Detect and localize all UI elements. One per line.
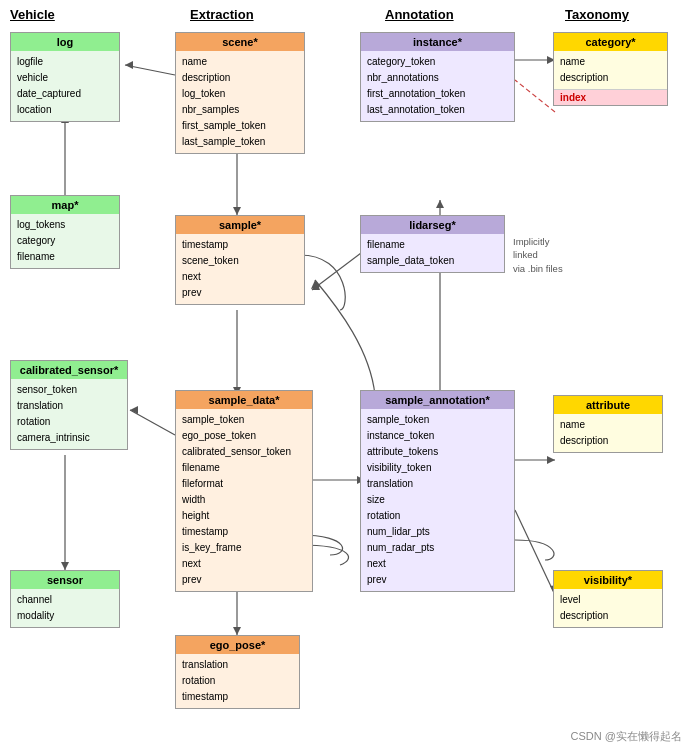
entity-ego-pose-body: translation rotation timestamp xyxy=(176,654,299,708)
entity-sample: sample* timestamp scene_token next prev xyxy=(175,215,305,305)
entity-sample-body: timestamp scene_token next prev xyxy=(176,234,304,304)
svg-marker-8 xyxy=(130,406,138,414)
entity-visibility-header: visibility* xyxy=(554,571,662,589)
entity-category: category* name description index xyxy=(553,32,668,106)
entity-instance: instance* category_token nbr_annotations… xyxy=(360,32,515,122)
entity-sensor-header: sensor xyxy=(11,571,119,589)
entity-category-header: category* xyxy=(554,33,667,51)
svg-marker-1 xyxy=(125,61,133,69)
svg-line-25 xyxy=(312,250,365,290)
entity-visibility-body: level description xyxy=(554,589,662,627)
watermark: CSDN @实在懒得起名 xyxy=(571,729,682,744)
entity-log: log logfile vehicle date_captured locati… xyxy=(10,32,120,122)
section-annotation: Annotation xyxy=(385,7,454,22)
svg-line-21 xyxy=(515,510,555,595)
entity-calibrated-sensor-header: calibrated_sensor* xyxy=(11,361,127,379)
entity-map-header: map* xyxy=(11,196,119,214)
entity-visibility: visibility* level description xyxy=(553,570,663,628)
svg-line-0 xyxy=(125,65,175,75)
entity-lidarseg-body: filename sample_data_token xyxy=(361,234,504,272)
entity-scene: scene* name description log_token nbr_sa… xyxy=(175,32,305,154)
entity-ego-pose-header: ego_pose* xyxy=(176,636,299,654)
entity-sample-annotation-header: sample_annotation* xyxy=(361,391,514,409)
entity-log-header: log xyxy=(11,33,119,51)
entity-instance-body: category_token nbr_annotations first_ann… xyxy=(361,51,514,121)
entity-calibrated-sensor-body: sensor_token translation rotation camera… xyxy=(11,379,127,449)
entity-map: map* log_tokens category filename xyxy=(10,195,120,269)
entity-scene-header: scene* xyxy=(176,33,304,51)
implicit-link-label: Implicitlylinkedvia .bin files xyxy=(513,235,593,275)
entity-sample-data: sample_data* sample_token ego_pose_token… xyxy=(175,390,313,592)
section-taxonomy: Taxonomy xyxy=(565,7,629,22)
entity-instance-header: instance* xyxy=(361,33,514,51)
entity-sample-header: sample* xyxy=(176,216,304,234)
entity-category-fields: name description xyxy=(554,51,667,89)
entity-attribute-header: attribute xyxy=(554,396,662,414)
entity-sensor: sensor channel modality xyxy=(10,570,120,628)
svg-marker-26 xyxy=(312,282,320,290)
svg-marker-3 xyxy=(233,207,241,215)
svg-line-15 xyxy=(515,80,555,112)
entity-lidarseg-header: lidarseg* xyxy=(361,216,504,234)
svg-line-7 xyxy=(130,410,175,435)
entity-sample-data-body: sample_token ego_pose_token calibrated_s… xyxy=(176,409,312,591)
entity-attribute: attribute name description xyxy=(553,395,663,453)
entity-log-body: logfile vehicle date_captured location xyxy=(11,51,119,121)
entity-ego-pose: ego_pose* translation rotation timestamp xyxy=(175,635,300,709)
entity-sample-data-header: sample_data* xyxy=(176,391,312,409)
entity-sample-annotation: sample_annotation* sample_token instance… xyxy=(360,390,515,592)
entity-scene-body: name description log_token nbr_samples f… xyxy=(176,51,304,153)
section-extraction: Extraction xyxy=(190,7,254,22)
entity-lidarseg: lidarseg* filename sample_data_token xyxy=(360,215,505,273)
svg-marker-17 xyxy=(436,200,444,208)
diagram-container: Vehicle Extraction Annotation Taxonomy xyxy=(0,0,692,752)
svg-marker-20 xyxy=(311,280,320,289)
entity-map-body: log_tokens category filename xyxy=(11,214,119,268)
entity-attribute-body: name description xyxy=(554,414,662,452)
entity-category-index: index xyxy=(554,89,667,105)
section-vehicle: Vehicle xyxy=(10,7,55,22)
entity-calibrated-sensor: calibrated_sensor* sensor_token translat… xyxy=(10,360,128,450)
svg-marker-19 xyxy=(547,456,555,464)
entity-sensor-body: channel modality xyxy=(11,589,119,627)
entity-sample-annotation-body: sample_token instance_token attribute_to… xyxy=(361,409,514,591)
svg-marker-10 xyxy=(61,562,69,570)
svg-marker-6 xyxy=(233,627,241,635)
